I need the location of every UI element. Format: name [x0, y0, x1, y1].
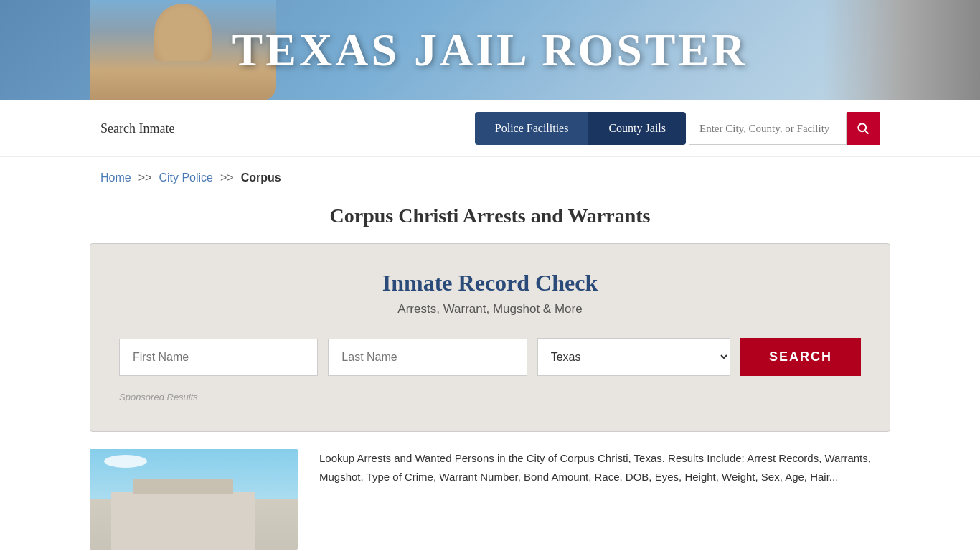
record-check-search-row: AlabamaAlaskaArizonaArkansasCaliforniaCo…	[119, 338, 861, 376]
description-text: Lookup Arrests and Wanted Persons in the…	[319, 449, 890, 550]
nav-buttons: Police Facilities County Jails	[475, 112, 686, 145]
building-image	[90, 449, 298, 550]
record-check-title: Inmate Record Check	[119, 270, 861, 296]
facility-search-wrap	[689, 112, 880, 145]
record-check-box: Inmate Record Check Arrests, Warrant, Mu…	[90, 243, 890, 432]
sponsored-label: Sponsored Results	[119, 392, 861, 402]
svg-line-1	[865, 131, 869, 134]
nav-bar: Search Inmate Police Facilities County J…	[0, 100, 980, 157]
breadcrumb-sep1: >>	[138, 171, 152, 184]
svg-point-0	[858, 123, 866, 131]
header-banner: Texas Jail Roster	[0, 0, 980, 100]
clouds	[104, 455, 147, 468]
bottom-content: Lookup Arrests and Wanted Persons in the…	[0, 449, 980, 551]
breadcrumb: Home >> City Police >> Corpus	[0, 157, 980, 192]
facility-search-button[interactable]	[847, 112, 880, 145]
building-shape	[111, 492, 255, 550]
page-title: Corpus Christi Arrests and Warrants	[100, 204, 880, 227]
facility-search-input[interactable]	[689, 113, 847, 145]
breadcrumb-city-police[interactable]: City Police	[159, 171, 213, 184]
page-title-wrap: Corpus Christi Arrests and Warrants	[0, 192, 980, 243]
county-jails-button[interactable]: County Jails	[588, 112, 686, 145]
keys-background	[822, 0, 980, 100]
first-name-input[interactable]	[119, 339, 318, 376]
site-title: Texas Jail Roster	[232, 24, 748, 77]
record-check-subtitle: Arrests, Warrant, Mugshot & More	[119, 302, 861, 316]
breadcrumb-sep2: >>	[220, 171, 234, 184]
police-facilities-button[interactable]: Police Facilities	[475, 112, 589, 145]
breadcrumb-current: Corpus	[241, 171, 281, 184]
record-search-button[interactable]: SEARCH	[740, 338, 861, 376]
capitol-dome	[154, 4, 212, 61]
last-name-input[interactable]	[328, 339, 527, 376]
breadcrumb-home[interactable]: Home	[100, 171, 131, 184]
state-select[interactable]: AlabamaAlaskaArizonaArkansasCaliforniaCo…	[537, 338, 730, 376]
search-icon	[856, 121, 870, 136]
search-inmate-label: Search Inmate	[100, 121, 475, 136]
